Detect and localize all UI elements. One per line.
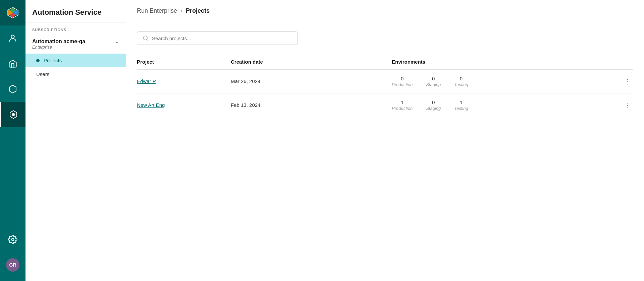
left-nav: Automation Service SUBSCRIPTIONS Automat… [25,0,126,281]
env-staging: 0 Staging [426,76,441,87]
svg-point-3 [12,114,14,116]
project-link[interactable]: Edwar P [137,78,156,84]
col-header-project: Project [137,56,231,70]
nav-item-users[interactable]: Users [25,67,126,81]
nav-icon-hex1[interactable] [0,76,25,102]
chevron-up-icon: ⌃ [115,41,119,47]
nav-icon-box[interactable] [0,51,25,76]
env-staging: 0 Staging [426,99,441,111]
env-staging-label: Staging [426,82,441,87]
svg-point-0 [11,35,14,38]
more-menu-button[interactable]: ⋮ [621,100,633,111]
breadcrumb: Run Enterprise › Projects [126,0,644,22]
env-group: 0 Production 0 Staging 0 Testing [392,76,616,87]
nav-label-projects: Projects [44,58,62,63]
env-testing-count: 1 [454,99,468,105]
subscription-name: Automation acme-qa [32,39,85,45]
env-production-label: Production [392,82,413,87]
env-production-count: 0 [392,76,413,81]
nav-sub-items: Projects Users [25,54,126,81]
search-icon [143,35,149,41]
env-testing-label: Testing [454,82,468,87]
nav-icon-person[interactable] [0,25,25,51]
project-link[interactable]: New Art Eng [137,102,165,108]
env-testing: 1 Testing [454,99,468,111]
main-content: Run Enterprise › Projects Project Creati… [126,0,644,281]
content-area: Project Creation date Environments Edwar… [126,22,644,281]
search-input[interactable] [152,36,292,41]
subscription-item[interactable]: Automation acme-qa Enterprise ⌃ [25,34,126,54]
nav-icon-hex2[interactable] [0,102,25,127]
icon-sidebar-top [0,0,25,127]
env-group: 1 Production 0 Staging 1 Testing [392,99,616,111]
app-logo[interactable] [0,0,25,25]
nav-item-projects[interactable]: Projects [25,54,126,67]
svg-line-6 [147,39,148,40]
nav-icon-settings[interactable] [0,227,25,252]
nav-label-users: Users [36,71,49,77]
col-header-environments: Environments [392,56,616,70]
breadcrumb-separator: › [180,7,182,14]
table-row: New Art Eng Feb 13, 2024 1 Production 0 … [137,93,633,117]
subscriptions-label: SUBSCRIPTIONS [25,22,126,34]
breadcrumb-parent[interactable]: Run Enterprise [137,7,177,14]
env-staging-count: 0 [426,99,441,105]
env-testing: 0 Testing [454,76,468,87]
avatar[interactable]: GR [6,258,19,272]
more-menu-button[interactable]: ⋮ [621,76,633,87]
env-testing-count: 0 [454,76,468,81]
env-production: 0 Production [392,76,413,87]
env-production-label: Production [392,106,413,111]
date-cell: Mar 26, 2024 [231,78,260,84]
table-row: Edwar P Mar 26, 2024 0 Production 0 Stag… [137,70,633,93]
breadcrumb-current: Projects [186,7,210,14]
env-staging-count: 0 [426,76,441,81]
projects-table: Project Creation date Environments Edwar… [137,56,633,117]
date-cell: Feb 13, 2024 [231,102,260,108]
env-production-count: 1 [392,99,413,105]
col-header-date: Creation date [231,56,392,70]
env-testing-label: Testing [454,106,468,111]
svg-point-4 [12,238,14,241]
svg-marker-1 [9,85,16,93]
subscription-type: Enterprise [32,45,85,50]
app-title: Automation Service [25,0,126,22]
search-bar[interactable] [137,31,298,45]
env-staging-label: Staging [426,106,441,111]
active-dot-indicator [36,59,40,62]
col-header-actions [616,56,633,70]
icon-sidebar: GR [0,0,25,281]
icon-sidebar-bottom: GR [0,227,25,281]
env-production: 1 Production [392,99,413,111]
